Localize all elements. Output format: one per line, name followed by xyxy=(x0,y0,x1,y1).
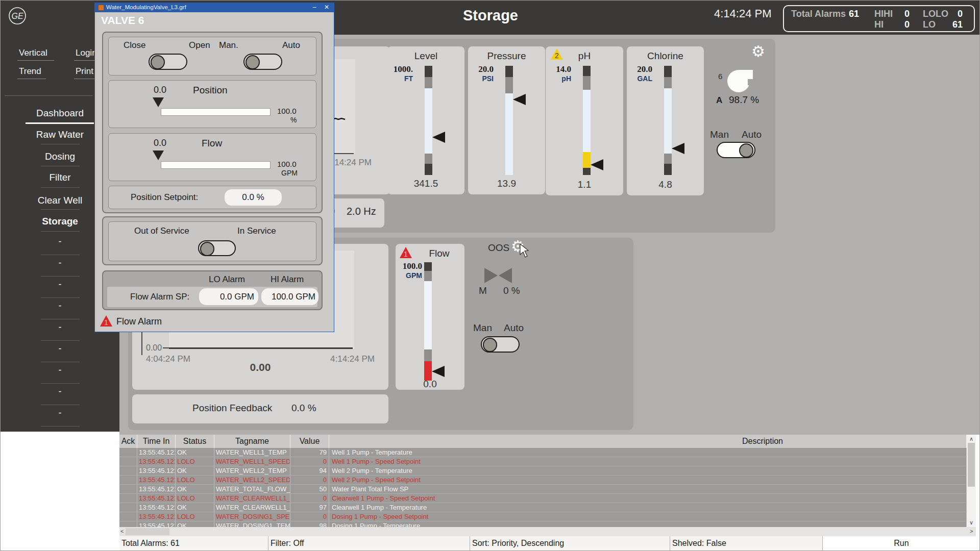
toggle-knob xyxy=(200,242,214,256)
gauge-title: pH xyxy=(546,51,623,62)
cell-time: 13:55:45.121 xyxy=(137,521,176,527)
alarm-summary-panel[interactable]: Total Alarms 61 HIHI 0 LOLO 0 HI 0 LO 61 xyxy=(783,5,975,32)
gear-icon[interactable]: ⚙ xyxy=(751,42,765,60)
close-open-toggle[interactable] xyxy=(149,54,187,70)
sidebar-link-vertical[interactable]: Vertical xyxy=(19,48,47,58)
status-total-alarms: Total Alarms: 61 xyxy=(119,536,268,550)
position-label: Position xyxy=(193,85,228,96)
col-header-tagname[interactable]: Tagname xyxy=(214,435,290,448)
gauge-card-chlorine[interactable]: Chlorine 20.0 GAL 4.8 xyxy=(627,46,704,195)
gauge-card-pressure[interactable]: Pressure 20.0 PSI 13.9 xyxy=(468,46,545,194)
alarm-table-row[interactable]: 13:55:45.121LOLOWATER_CLEARWELL1_SP0Clea… xyxy=(119,494,967,503)
divider xyxy=(41,231,80,232)
divider xyxy=(5,95,92,96)
blower-icon[interactable] xyxy=(725,66,754,95)
gauge-range: 20.0 xyxy=(627,64,652,74)
alarm-table-header: Ack Time In Status Tagname Value Descrip… xyxy=(119,435,967,448)
alarm-table-row[interactable]: 13:55:45.121OKWATER_TOTAL_FLOW_SP50Water… xyxy=(119,485,967,494)
scroll-left-icon[interactable]: < xyxy=(120,528,124,534)
scroll-down-icon[interactable]: ∨ xyxy=(967,519,976,526)
gauge-card-flow[interactable]: 1 Flow 100.0 GPM 0.0 xyxy=(396,244,464,390)
divider xyxy=(41,297,80,298)
cell-time: 13:55:45.121 xyxy=(137,448,176,457)
cell-time: 13:55:45.121 xyxy=(137,512,176,521)
sidebar-link-print[interactable]: Print xyxy=(76,66,93,77)
sidebar-item-placeholder[interactable]: - xyxy=(1,385,119,406)
alarm-table-row[interactable]: 13:55:45.121OKWATER_WELL2_TEMP94Well 2 P… xyxy=(119,466,967,475)
col-header-time-in[interactable]: Time In xyxy=(137,435,176,448)
hi-alarm-sp-field[interactable]: 100.0 GPM xyxy=(261,288,318,305)
scroll-right-icon[interactable]: > xyxy=(970,528,973,534)
alarm-table-row[interactable]: 13:55:45.121LOLOWATER_DOSING1_SPEED0Dosi… xyxy=(119,512,967,521)
minimize-button[interactable]: – xyxy=(309,4,320,11)
run-button[interactable]: Run xyxy=(823,536,980,550)
cell-value: 0 xyxy=(290,457,329,466)
service-toggle[interactable] xyxy=(198,240,236,256)
gauge-card-ph[interactable]: 2 pH 14.0 pH 1.1 xyxy=(546,46,623,195)
divider xyxy=(41,255,80,255)
divider xyxy=(41,166,80,166)
gauge-marker-icon xyxy=(432,366,445,377)
scroll-up-icon[interactable]: ∧ xyxy=(967,436,976,442)
cell-desc: Well 1 Pump - Speed Setpoint xyxy=(329,457,967,466)
divider xyxy=(41,383,80,384)
status-shelved: Shelved: False xyxy=(670,536,823,550)
hi-alarm-label: HI Alarm xyxy=(271,274,304,285)
valve-man-auto-toggle[interactable] xyxy=(481,336,520,353)
man-auto-toggle[interactable] xyxy=(243,54,282,70)
alarm-table-row[interactable]: 13:55:45.121OKWATER_WELL1_TEMP79Well 1 P… xyxy=(119,448,967,457)
scrollbar-thumb[interactable] xyxy=(126,528,169,535)
lo-alarm-sp-field[interactable]: 0.0 GPM xyxy=(199,288,258,305)
gauge-marker-icon xyxy=(432,132,445,143)
alarm-table-row[interactable]: 13:55:45.121LOLOWATER_WELL1_SPEED_S0Well… xyxy=(119,457,967,466)
sidebar-item-placeholder[interactable]: - xyxy=(1,342,119,363)
gauge-bar xyxy=(505,66,513,175)
col-header-ack[interactable]: Ack xyxy=(119,435,137,448)
gauge-card-level[interactable]: Level 1000. FT 341.5 xyxy=(387,46,464,194)
flow-max: 100.0 xyxy=(277,160,297,168)
scrollbar-thumb[interactable] xyxy=(968,443,975,487)
in-service-label: In Service xyxy=(237,226,276,236)
pump-man-label: Man xyxy=(710,129,729,140)
horizontal-scrollbar[interactable]: < > xyxy=(119,527,976,536)
cell-ack xyxy=(119,457,137,466)
flow-slider[interactable] xyxy=(161,161,271,169)
alarm-table-row[interactable]: 13:55:45.121LOLOWATER_WELL2_SPEED_S0Well… xyxy=(119,475,967,485)
frequency-value: 2.0 Hz xyxy=(347,206,376,217)
sidebar-link-login[interactable]: Login xyxy=(76,48,97,58)
slider-handle-icon[interactable] xyxy=(153,151,164,160)
divider xyxy=(41,276,80,277)
col-header-status[interactable]: Status xyxy=(176,435,214,448)
pump-id: 6 xyxy=(718,72,722,81)
cell-time: 13:55:45.121 xyxy=(137,475,176,484)
vertical-scrollbar[interactable]: ∧ ∨ xyxy=(967,435,976,527)
pump-man-auto-toggle[interactable] xyxy=(717,142,755,158)
cell-value: 0 xyxy=(290,494,329,503)
valve-icon[interactable] xyxy=(484,268,512,283)
valve-percent: 0 % xyxy=(503,285,520,296)
pump-mode-letter: A xyxy=(716,95,722,106)
cell-value: 98 xyxy=(290,521,329,527)
slider-handle-icon[interactable] xyxy=(153,97,164,107)
col-header-description[interactable]: Description xyxy=(329,435,967,448)
position-slider[interactable] xyxy=(161,108,271,116)
divider xyxy=(41,340,80,341)
sidebar-link-trend[interactable]: Trend xyxy=(19,66,41,77)
col-header-value[interactable]: Value xyxy=(290,435,329,448)
close-button[interactable]: ✕ xyxy=(322,4,332,11)
flow-alarm-label: Flow Alarm xyxy=(116,316,162,327)
alarm-table-row[interactable]: 13:55:45.121OKWATER_DOSING1_TEMP98Dosing… xyxy=(119,521,967,527)
gauge-bar xyxy=(424,262,432,381)
popup-title-bar[interactable]: Water_ModulatingValve_L3.grf – ✕ xyxy=(95,3,334,12)
setpoint-field[interactable]: 0.0 % xyxy=(225,189,282,206)
cell-desc: Dosing 1 Pump - Temperature xyxy=(329,521,967,527)
sidebar-item-placeholder[interactable]: - xyxy=(1,363,119,385)
cell-ack xyxy=(119,503,137,512)
alarm-table-row[interactable]: 13:55:45.121OKWATER_CLEARWELL1_TE97Clear… xyxy=(119,503,967,512)
sidebar-item-placeholder[interactable]: - xyxy=(1,406,119,428)
position-feedback-value: 0.0 % xyxy=(291,403,316,414)
cell-status: OK xyxy=(176,448,214,457)
cell-time: 13:55:45.121 xyxy=(137,485,176,493)
page-title: Storage xyxy=(414,7,567,24)
man-label: Man. xyxy=(219,40,238,51)
